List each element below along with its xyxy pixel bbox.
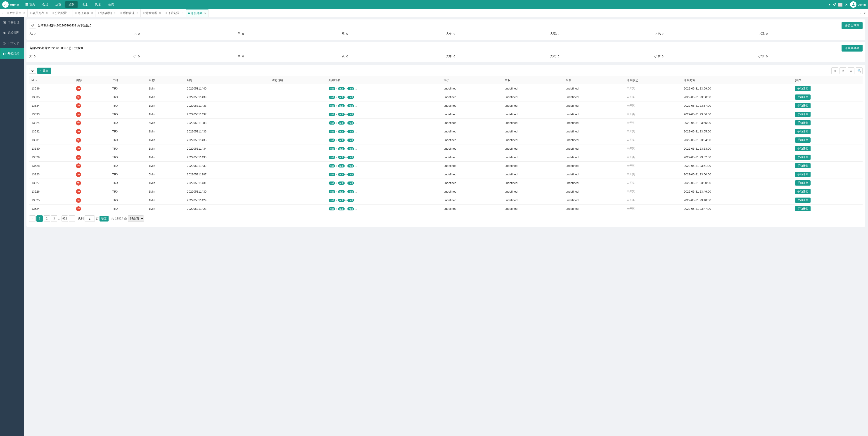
tab-close-icon[interactable]: ✕ — [159, 12, 161, 14]
nav-home-label: 首页 — [29, 3, 35, 6]
cell-time: 2022-05-31 23:53:00 — [681, 144, 793, 153]
tab-prev-btn[interactable]: ‹ — [1, 11, 5, 15]
period-1min-refresh[interactable]: ↺ — [29, 23, 36, 29]
tab-currency[interactable]: 币种管理 ✕ — [118, 9, 141, 17]
manual-open-btn[interactable]: 手动开奖 — [795, 189, 811, 194]
refresh-icon[interactable]: ↺ — [833, 2, 836, 7]
close-icon[interactable]: ✕ — [845, 2, 848, 7]
stat-5-big: 大:0 — [29, 54, 133, 58]
manual-open-btn[interactable]: 手动开奖 — [795, 95, 811, 100]
manual-open-btn[interactable]: 手动开奖 — [795, 163, 811, 168]
cell-price — [269, 136, 326, 144]
page-1-btn[interactable]: 1 — [36, 215, 43, 222]
cell-name: 1Min — [147, 188, 185, 196]
tab-close-icon[interactable]: ✕ — [204, 12, 206, 14]
sidebar-item-game[interactable]: ◉ 游戏管理 — [0, 28, 24, 38]
manual-open-btn[interactable]: 手动开奖 — [795, 129, 811, 134]
table-refresh-btn[interactable]: ↺ — [29, 68, 36, 74]
result-badge: null — [338, 190, 345, 193]
tab-close-icon[interactable]: ✕ — [68, 12, 70, 14]
table-row: 13824 TRX TRX 5Min 202205311288 null + n… — [29, 119, 863, 127]
fullscreen-btn[interactable]: ⊕ — [848, 67, 855, 74]
sidebar-item-lottery[interactable]: ◐ 开奖结果 — [0, 48, 24, 59]
cell-parity: undefined — [502, 179, 563, 188]
sidebar-item-currency[interactable]: ▣ 币种管理 — [0, 17, 24, 28]
tab-close-icon[interactable]: ✕ — [182, 12, 183, 14]
manual-open-btn[interactable]: 手动开奖 — [795, 198, 811, 203]
manual-open-btn[interactable]: 手动开奖 — [795, 86, 811, 91]
prev-page-btn[interactable]: ‹ — [29, 215, 35, 222]
cell-currency: TRX — [110, 188, 147, 196]
cell-parity: undefined — [502, 84, 563, 93]
tab-backend-home[interactable]: 后台首页 ✕ — [5, 9, 28, 17]
tab-next-btn[interactable]: › — [859, 11, 863, 15]
nav-members[interactable]: 会员 — [39, 1, 51, 8]
cell-action: 手动开奖 — [793, 196, 863, 205]
manual-open-btn[interactable]: 手动开奖 — [795, 103, 811, 108]
status-badge: 未开奖 — [627, 173, 635, 176]
manual-open-btn[interactable]: 手动开奖 — [795, 112, 811, 117]
nav-address[interactable]: 地址 — [79, 1, 91, 8]
col-settings-btn[interactable]: ⊞ — [831, 67, 838, 74]
nav-agent[interactable]: 代理 — [92, 1, 104, 8]
open-5min-btn[interactable]: 开奖当期期 — [841, 45, 863, 52]
manual-open-btn[interactable]: 手动开奖 — [795, 137, 811, 143]
print-btn[interactable]: ⎙ — [839, 67, 846, 74]
sidebar: ▣ 币种管理 ◉ 游戏管理 ◎ 下注记录 ◐ 开奖结果 — [0, 17, 24, 436]
nav-home[interactable]: ☰ 首页 — [22, 1, 38, 8]
page-confirm-btn[interactable]: 确定 — [99, 216, 108, 222]
page-size-select[interactable]: 15条/页 20条/页 30条/页 50条/页 — [128, 215, 144, 222]
manual-open-btn[interactable]: 手动开奖 — [795, 155, 811, 160]
search-btn[interactable]: 🔍 — [856, 67, 863, 74]
result-more: ... — [354, 139, 356, 141]
page-2-btn[interactable]: 2 — [44, 215, 50, 222]
status-icon[interactable]: ● — [829, 2, 831, 6]
tab-lottery-results[interactable]: 开奖结果 ✕ — [186, 9, 209, 17]
manual-open-btn[interactable]: 手动开奖 — [795, 180, 811, 186]
open-1min-btn[interactable]: 开奖当期期 — [841, 22, 863, 29]
result-badge: null — [329, 181, 335, 185]
tab-dropdown-btn[interactable]: ▾ — [863, 11, 867, 15]
top-nav-right: ● ↺ ⬜ ✕ admin — [829, 1, 866, 8]
tab-close-icon[interactable]: ✕ — [114, 12, 116, 14]
tab-close-icon[interactable]: ✕ — [91, 12, 93, 14]
next-page-btn[interactable]: › — [69, 215, 75, 222]
tab-game-mgmt[interactable]: 游戏管理 ✕ — [141, 9, 163, 17]
cell-size: undefined — [441, 93, 502, 101]
tab-close-icon[interactable]: ✕ — [46, 12, 48, 14]
cell-size: undefined — [441, 179, 502, 188]
manual-open-btn[interactable]: 手动开奖 — [795, 172, 811, 177]
stat-5-small-even: 小双:0 — [758, 54, 863, 58]
nav-system[interactable]: 系统 — [105, 1, 117, 8]
cell-currency: TRX — [110, 101, 147, 110]
page-922-btn[interactable]: 922 — [62, 215, 68, 222]
tab-members-label: 会员列表 — [32, 11, 44, 15]
page-3-btn[interactable]: 3 — [51, 215, 57, 222]
cell-combo: undefined — [563, 110, 624, 119]
tab-transfer[interactable]: 划转明细 ✕ — [95, 9, 118, 17]
user-info[interactable]: admin — [850, 1, 866, 8]
cell-name: 1Min — [147, 162, 185, 170]
sidebar-item-bet[interactable]: ◎ 下注记录 — [0, 38, 24, 48]
tab-distribution[interactable]: 分钱配置 ✕ — [50, 9, 73, 17]
cell-result: null + null + null ... — [326, 205, 441, 213]
manual-open-btn[interactable]: 手动开奖 — [795, 206, 811, 211]
tab-bet-records-label: 下注记录 — [168, 11, 180, 15]
result-badge: null — [338, 130, 345, 133]
nav-game[interactable]: 游戏 — [65, 1, 78, 8]
tab-close-icon[interactable]: ✕ — [23, 12, 25, 14]
result-badge: null — [338, 147, 345, 150]
export-btn[interactable]: ↑ 导出 — [37, 68, 51, 74]
content-area: ↺ 当前1Min期号:202205301431 总下注数:0 开奖当期期 大:0… — [24, 17, 868, 436]
manual-open-btn[interactable]: 手动开奖 — [795, 146, 811, 151]
tab-bet-records[interactable]: 下注记录 ✕ — [163, 9, 186, 17]
tab-recharge[interactable]: 充值列表 ✕ — [73, 9, 95, 17]
page-jump-input[interactable] — [85, 215, 95, 222]
manual-open-btn[interactable]: 手动开奖 — [795, 120, 811, 126]
window-icon[interactable]: ⬜ — [838, 2, 843, 7]
cell-price — [269, 84, 326, 93]
nav-operations[interactable]: 运营 — [52, 1, 64, 8]
tab-members[interactable]: 会员列表 ✕ — [28, 9, 50, 17]
cell-size: undefined — [441, 127, 502, 136]
tab-close-icon[interactable]: ✕ — [136, 12, 138, 14]
